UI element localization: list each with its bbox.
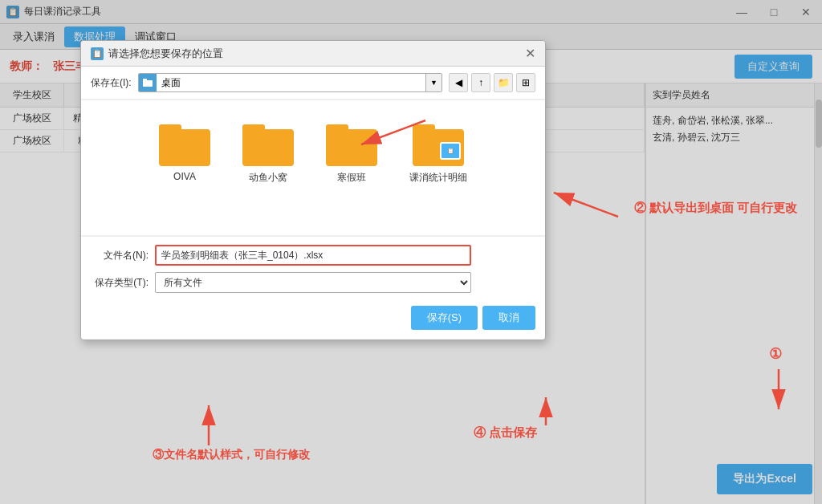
- dialog-actions: 保存(S) 取消: [411, 306, 535, 330]
- folder-winter[interactable]: 寒假班: [326, 124, 377, 185]
- folder-stats[interactable]: 📋 课消统计明细: [409, 124, 467, 185]
- dialog-title-bar: 📋 请选择您想要保存的位置 ✕: [81, 41, 545, 67]
- folder-stats-label: 课消统计明细: [409, 171, 467, 185]
- nav-up-button[interactable]: ↑: [471, 73, 490, 92]
- filename-input[interactable]: [155, 245, 471, 266]
- folder-area: OIVA 动鱼小窝 寒假班 📋: [81, 100, 545, 236]
- save-location-bar: 保存在(I): 桌面 ▼ ◀ ↑ 📁 ⊞: [81, 67, 545, 100]
- dialog-close-button[interactable]: ✕: [525, 46, 535, 61]
- folder-oiva-icon: [159, 124, 210, 166]
- dialog-title-text: 请选择您想要保存的位置: [108, 47, 223, 61]
- current-location: 桌面: [157, 76, 425, 90]
- location-icon: [139, 74, 157, 91]
- cancel-button[interactable]: 取消: [482, 306, 535, 330]
- folder-dongyu[interactable]: 动鱼小窝: [242, 124, 294, 185]
- file-save-dialog: 📋 请选择您想要保存的位置 ✕ 保存在(I): 桌面 ▼ ◀ ↑: [80, 40, 546, 340]
- folder-winter-icon: [326, 124, 377, 166]
- nav-buttons: ◀ ↑ 📁 ⊞: [449, 73, 535, 92]
- filename-row: 文件名(N):: [91, 245, 535, 266]
- filetype-label: 保存类型(T):: [91, 276, 155, 290]
- dialog-title: 📋 请选择您想要保存的位置: [91, 47, 223, 61]
- filename-label: 文件名(N):: [91, 249, 155, 262]
- svg-rect-0: [143, 80, 153, 87]
- svg-rect-1: [143, 79, 147, 81]
- folder-dongyu-label: 动鱼小窝: [249, 171, 287, 185]
- dialog-icon: 📋: [91, 47, 104, 60]
- folder-winter-label: 寒假班: [337, 171, 366, 185]
- nav-view-button[interactable]: ⊞: [516, 73, 535, 92]
- folder-oiva[interactable]: OIVA: [159, 124, 210, 182]
- nav-back-button[interactable]: ◀: [449, 73, 468, 92]
- nav-newfolder-button[interactable]: 📁: [494, 73, 513, 92]
- location-dropdown[interactable]: 桌面 ▼: [138, 73, 442, 92]
- save-in-label: 保存在(I):: [91, 76, 132, 90]
- save-button[interactable]: 保存(S): [411, 306, 478, 330]
- filetype-row: 保存类型(T): 所有文件: [91, 272, 535, 293]
- folder-stats-icon: 📋: [413, 124, 464, 166]
- dialog-bottom: 文件名(N): 保存类型(T): 所有文件 保存(S) 取消: [81, 236, 545, 339]
- folder-overlay-icon: 📋: [440, 142, 461, 160]
- filetype-select[interactable]: 所有文件: [155, 272, 471, 293]
- folder-oiva-label: OIVA: [173, 171, 196, 182]
- folder-dongyu-icon: [242, 124, 294, 166]
- dropdown-arrow-icon[interactable]: ▼: [425, 74, 442, 91]
